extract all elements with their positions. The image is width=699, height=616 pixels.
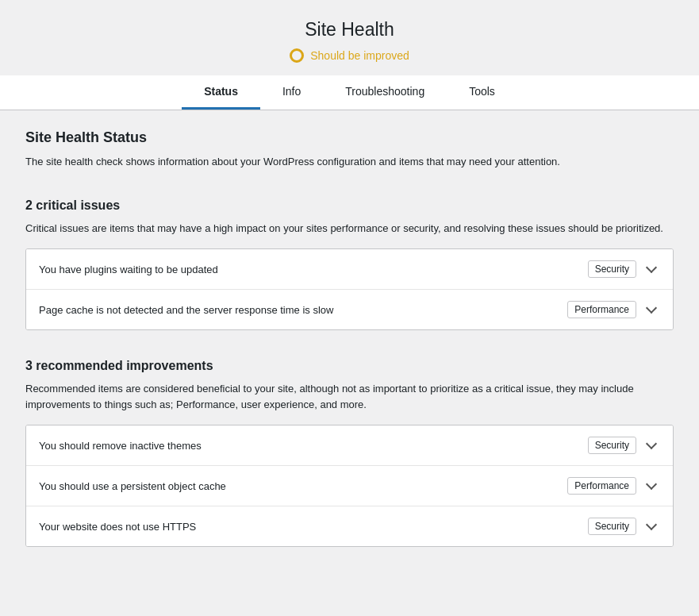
recommended-issue-label-1: You should remove inactive themes: [39, 440, 588, 452]
recommended-issue-badge-1: Security: [588, 437, 636, 454]
chevron-down-icon: [644, 262, 659, 276]
critical-issue-right-2: Performance: [567, 301, 660, 318]
recommended-issue-row-3: Your website does not use HTTPS Security: [26, 506, 673, 546]
chevron-down-icon: [644, 519, 659, 533]
recommended-issue-label-2: You should use a persistent object cache: [39, 480, 567, 492]
recommended-issue-right-3: Security: [588, 518, 660, 535]
critical-issue-expand-2[interactable]: [643, 301, 660, 318]
recommended-improvements-list: You should remove inactive themes Securi…: [25, 425, 674, 547]
critical-issue-right-1: Security: [588, 260, 660, 278]
tab-tools[interactable]: Tools: [447, 75, 517, 110]
critical-issue-badge-1: Security: [588, 260, 636, 278]
critical-issue-row-1: You have plugins waiting to be updated S…: [26, 249, 673, 290]
tab-info[interactable]: Info: [260, 75, 323, 110]
critical-issue-label-2: Page cache is not detected and the serve…: [39, 304, 567, 316]
recommended-issue-row-2: You should use a persistent object cache…: [26, 466, 673, 506]
recommended-improvements-description: Recommended items are considered benefic…: [25, 381, 674, 412]
recommended-improvements-section: 3 recommended improvements Recommended i…: [25, 359, 674, 547]
chevron-down-icon: [644, 302, 659, 317]
critical-issue-badge-2: Performance: [567, 301, 636, 318]
critical-issues-section: 2 critical issues Critical issues are it…: [25, 198, 674, 331]
recommended-issue-right-2: Performance: [567, 477, 660, 495]
tab-status[interactable]: Status: [182, 75, 260, 110]
chevron-down-icon: [644, 479, 659, 493]
recommended-issue-expand-3[interactable]: [643, 518, 660, 535]
tab-troubleshooting[interactable]: Troubleshooting: [323, 75, 447, 110]
health-status-title: Site Health Status: [25, 129, 674, 146]
critical-issues-description: Critical issues are items that may have …: [25, 221, 674, 237]
critical-issues-list: You have plugins waiting to be updated S…: [25, 248, 674, 330]
chevron-down-icon: [644, 438, 659, 452]
status-circle-icon: [290, 48, 304, 63]
critical-issue-expand-1[interactable]: [643, 260, 660, 278]
recommended-issue-row-1: You should remove inactive themes Securi…: [26, 425, 673, 466]
health-status-description: The site health check shows information …: [25, 154, 674, 170]
nav-tabs: Status Info Troubleshooting Tools: [0, 75, 699, 110]
recommended-issue-label-3: Your website does not use HTTPS: [39, 521, 588, 533]
status-indicator: Should be improved: [0, 48, 699, 63]
critical-issue-row-2: Page cache is not detected and the serve…: [26, 290, 673, 329]
recommended-issue-badge-3: Security: [588, 518, 636, 535]
content-area: Site Health Status The site health check…: [0, 110, 699, 595]
critical-issues-title: 2 critical issues: [25, 198, 674, 213]
critical-issue-label-1: You have plugins waiting to be updated: [39, 264, 588, 275]
recommended-issue-expand-1[interactable]: [643, 437, 660, 454]
recommended-issue-badge-2: Performance: [567, 477, 636, 495]
page-title: Site Health: [0, 0, 699, 48]
recommended-issue-expand-2[interactable]: [643, 477, 660, 495]
page-wrapper: Site Health Should be improved Status In…: [0, 0, 699, 616]
recommended-improvements-title: 3 recommended improvements: [25, 359, 674, 373]
health-status-section: Site Health Status The site health check…: [25, 129, 674, 170]
recommended-issue-right-1: Security: [588, 437, 660, 454]
status-text: Should be improved: [310, 49, 409, 62]
